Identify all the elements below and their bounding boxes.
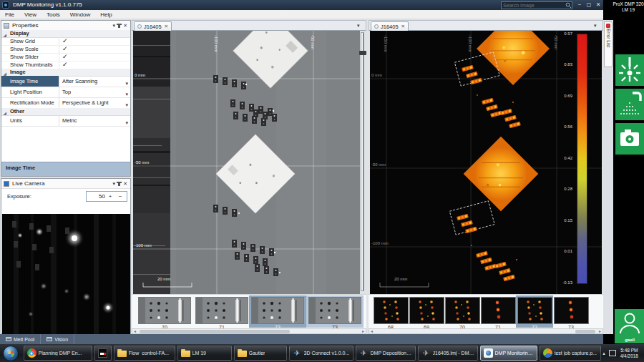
center-scrollbar[interactable]: ◂ ▸ bbox=[132, 328, 366, 334]
layer-slider-track[interactable] bbox=[361, 32, 364, 291]
scan-image-view[interactable]: 0 mm -50 mm -100 mm -100 mm -50 mm bbox=[133, 31, 360, 294]
taskbar-item-j16405-lmj[interactable]: ✈J16405.lmj - DMP ... bbox=[418, 346, 478, 361]
scroll-right-icon[interactable]: ▸ bbox=[599, 329, 601, 334]
pin-icon[interactable] bbox=[118, 24, 120, 28]
dropdown-units[interactable]: Metric▾ bbox=[59, 115, 130, 126]
center-tabstrip: J16405 ✕ ▾ bbox=[132, 20, 366, 31]
tray-display-icon[interactable] bbox=[609, 350, 616, 356]
minimize-button[interactable]: − bbox=[575, 1, 584, 9]
center-scroll-thumb[interactable] bbox=[140, 330, 290, 333]
thumbnail-69[interactable]: 69 bbox=[409, 295, 444, 328]
properties-panel: Properties ▾ ✕ ◢Display Show Grid✓ Show … bbox=[1, 20, 131, 177]
right-scrollbar[interactable]: ◂ ▸ bbox=[369, 328, 603, 334]
panel-window-icon bbox=[47, 337, 52, 341]
taskbar-item-lm19[interactable]: LM 19 bbox=[177, 346, 232, 361]
thumbnail-72-selected[interactable]: 72 bbox=[249, 295, 306, 328]
live-camera-image[interactable] bbox=[2, 214, 130, 334]
taskbar-item-planning[interactable]: Planning DMP En... bbox=[24, 346, 92, 361]
taskbar-item-dmp-logo[interactable] bbox=[94, 346, 112, 361]
app-3d-icon: ✈ bbox=[293, 348, 302, 358]
thumbnail-72-selected[interactable]: 72 bbox=[516, 295, 553, 328]
tray-expand-icon[interactable]: ▴ bbox=[602, 351, 605, 356]
exposure-label: Exposure: bbox=[7, 193, 31, 200]
dmp-logo-icon bbox=[98, 348, 107, 358]
pin-icon[interactable] bbox=[118, 182, 120, 186]
properties-icon bbox=[4, 23, 9, 29]
svg-text:-100 mm: -100 mm bbox=[371, 241, 389, 245]
search-input[interactable] bbox=[502, 3, 565, 8]
panel-menu-icon[interactable]: ▾ bbox=[113, 180, 116, 187]
laser-icon bbox=[615, 54, 644, 86]
exposure-decrease-button[interactable]: − bbox=[115, 193, 125, 200]
center-tab-label: J16405 bbox=[144, 24, 162, 30]
dropdown-light-position[interactable]: Top▾ bbox=[59, 87, 130, 97]
user-name: gaell bbox=[615, 338, 644, 342]
menu-tools[interactable]: Tools bbox=[42, 11, 65, 18]
dropdown-rectification-mode[interactable]: Perspective & Light▾ bbox=[59, 97, 130, 108]
search-box[interactable] bbox=[501, 1, 572, 9]
strip-pin-icon[interactable]: ▾ bbox=[357, 23, 360, 29]
start-button[interactable] bbox=[3, 346, 19, 361]
app-3d-icon: ✈ bbox=[421, 348, 431, 358]
row-light-position: Light Position Top▾ bbox=[1, 87, 130, 98]
dock-tab-vision[interactable]: Vision bbox=[41, 334, 74, 344]
menu-help[interactable]: Help bbox=[95, 11, 117, 18]
thumbnail-68[interactable]: 68 bbox=[373, 295, 409, 328]
tab-close-icon[interactable]: ✕ bbox=[401, 24, 405, 29]
thumbnail-71[interactable]: 71 bbox=[195, 295, 249, 328]
close-icon[interactable]: ✕ bbox=[123, 180, 127, 187]
taskbar-clock[interactable]: 5:48 PM4/4/2018 bbox=[620, 348, 638, 359]
svg-text:20 mm: 20 mm bbox=[394, 277, 407, 281]
taskbar: Planning DMP En... Flow_control-FA... LM… bbox=[0, 344, 644, 362]
restore-button[interactable]: ◻ bbox=[585, 1, 593, 9]
camera-panel-icon bbox=[4, 181, 9, 187]
center-tab[interactable]: J16405 ✕ bbox=[134, 21, 172, 31]
laser-button[interactable] bbox=[615, 54, 644, 86]
recoater-button[interactable] bbox=[615, 89, 644, 120]
taskbar-item-3d-connect[interactable]: ✈3D Connect v1.0.0... bbox=[289, 346, 353, 361]
tab-status-icon bbox=[374, 24, 379, 29]
menu-file[interactable]: File bbox=[0, 11, 19, 18]
heatmap-image-view[interactable]: 0 mm -50 mm -100 mm -150 mm -100 mm -50 … bbox=[370, 31, 602, 294]
checkbox-show-slider[interactable]: ✓ bbox=[62, 53, 68, 60]
checkbox-show-grid[interactable]: ✓ bbox=[62, 37, 68, 44]
thumbnail-73[interactable]: 73 bbox=[553, 295, 589, 328]
dock-tab-melt-pool[interactable]: Melt Pool bbox=[0, 334, 41, 344]
right-scroll-thumb[interactable] bbox=[575, 330, 595, 333]
layer-slider-handle[interactable] bbox=[359, 51, 366, 55]
right-thumbnail-strip: 68 69 70 71 72 73 bbox=[369, 294, 603, 328]
taskbar-item-gautier[interactable]: Gautier bbox=[234, 346, 287, 361]
strip-pin-icon[interactable]: ▾ bbox=[594, 23, 597, 29]
checkbox-show-thumbnails[interactable]: ✓ bbox=[62, 61, 68, 68]
menu-view[interactable]: View bbox=[19, 11, 42, 18]
taskbar-item-test-job[interactable]: test job capture.p... bbox=[540, 346, 601, 361]
thumbnail-73[interactable]: 73 bbox=[306, 295, 364, 328]
camera-button[interactable] bbox=[615, 123, 644, 155]
taskbar-item-dmp-monitoring-active[interactable]: DMP Monitoring ... bbox=[480, 346, 537, 361]
taskbar-item-dmp-deposition[interactable]: ✈DMP Deposition -... bbox=[356, 346, 416, 361]
menu-window[interactable]: Window bbox=[65, 11, 95, 18]
error-list-tab[interactable]: Error List bbox=[604, 21, 613, 67]
app-3d-icon: ✈ bbox=[359, 348, 369, 358]
live-camera-panel: Live Camera ▾ ✕ Exposure: 50 + − bbox=[1, 178, 131, 334]
svg-text:0 mm: 0 mm bbox=[135, 73, 145, 77]
close-icon[interactable]: ✕ bbox=[123, 22, 127, 29]
dock-gap: Error List bbox=[603, 20, 613, 334]
scroll-right-icon[interactable]: ▸ bbox=[362, 329, 364, 334]
scroll-left-icon[interactable]: ◂ bbox=[371, 329, 373, 334]
scroll-left-icon[interactable]: ◂ bbox=[134, 329, 136, 334]
taskbar-item-flow-control[interactable]: Flow_control-FA... bbox=[114, 346, 175, 361]
panel-menu-icon[interactable]: ▾ bbox=[113, 22, 116, 29]
thumbnail-70[interactable]: 70 bbox=[137, 295, 192, 328]
right-tab[interactable]: J16405 ✕ bbox=[371, 21, 409, 31]
user-button[interactable]: gaell bbox=[615, 309, 644, 343]
thumbnail-70[interactable]: 70 bbox=[444, 295, 480, 328]
exposure-increase-button[interactable]: + bbox=[105, 193, 115, 200]
dropdown-image-time[interactable]: After Scanning▾ bbox=[59, 76, 130, 87]
thumbnail-71[interactable]: 71 bbox=[480, 295, 516, 328]
tab-close-icon[interactable]: ✕ bbox=[165, 24, 168, 29]
svg-text:-50 mm: -50 mm bbox=[311, 35, 315, 49]
checkbox-show-scale[interactable]: ✓ bbox=[62, 45, 68, 52]
exposure-value[interactable]: 50 bbox=[87, 193, 105, 200]
close-button[interactable]: ✕ bbox=[594, 1, 602, 9]
